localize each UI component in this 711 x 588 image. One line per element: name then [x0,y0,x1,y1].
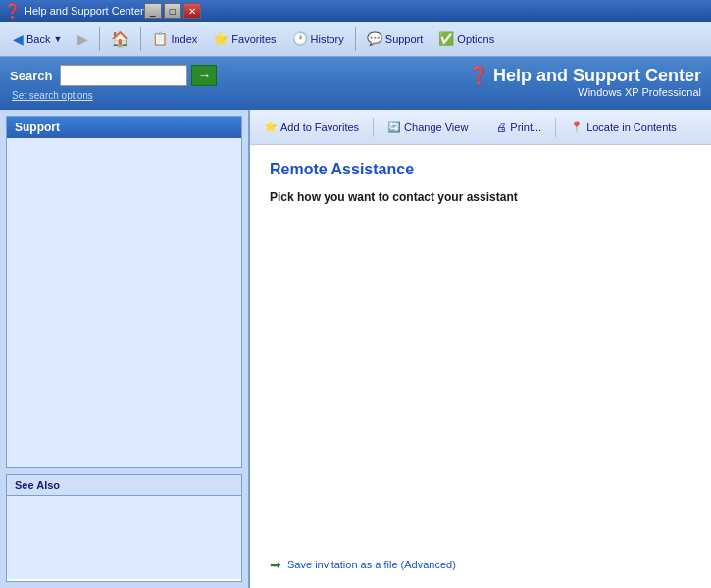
home-icon: 🏠 [111,30,129,48]
title-bar: ❓ Help and Support Center _ □ ✕ [0,0,711,22]
print-icon: 🖨 [496,122,507,133]
toolbar-separator-1 [99,27,100,51]
search-options-link[interactable]: Set search options [12,90,217,101]
action-bar: ⭐ Add to Favorites 🔄 Change View 🖨 Print… [250,110,711,145]
support-icon: 💬 [367,31,382,46]
support-button[interactable]: 💬 Support [360,27,431,50]
see-also-panel: See Also [6,474,242,582]
support-panel-content [7,138,241,467]
window-title: Help and Support Center [25,5,144,17]
locate-icon: 📍 [570,121,584,133]
print-button[interactable]: 🖨 Print... [488,118,549,137]
favorites-button[interactable]: ⭐ Favorites [206,27,282,50]
history-icon: 🕐 [292,31,308,46]
favorites-icon: ⭐ [213,31,229,46]
search-bar: Search → Set search options ❓ Help and S… [0,57,711,110]
index-icon: 📋 [152,31,168,46]
add-favorites-label: Add to Favorites [280,122,359,133]
left-panel: Support See Also [0,110,250,588]
search-go-button[interactable]: → [191,65,217,86]
toolbar-separator-2 [140,27,141,51]
action-separator-3 [555,118,556,137]
action-separator-2 [482,118,482,137]
see-also-header: See Also [7,475,241,496]
back-label: Back [26,33,50,45]
print-label: Print... [510,122,541,133]
page-title: Remote Assistance [270,161,691,178]
add-favorites-icon: ⭐ [264,121,278,133]
right-panel: ⭐ Add to Favorites 🔄 Change View 🖨 Print… [250,110,711,588]
search-row: Search → [10,65,217,86]
help-center-title: ❓ Help and Support Center Windows XP Pro… [468,65,701,98]
toolbar-separator-3 [355,27,356,51]
history-label: History [311,33,344,45]
content-bottom: ➡ Save invitation as a file (Advanced) [250,541,711,588]
content-area: Remote Assistance Pick how you want to c… [250,145,711,541]
home-button[interactable]: 🏠 [104,26,136,52]
support-label: Support [385,33,424,45]
support-panel-header: Support [7,117,241,138]
maximize-button[interactable]: □ [164,3,181,19]
window-controls[interactable]: _ □ ✕ [144,3,201,19]
close-button[interactable]: ✕ [183,3,201,19]
locate-label: Locate in Contents [586,122,677,133]
favorites-label: Favorites [231,33,276,45]
change-view-button[interactable]: 🔄 Change View [380,117,476,137]
app-icon: ❓ [4,3,21,19]
save-invitation-icon: ➡ [270,557,281,572]
help-center-main-title: Help and Support Center [493,66,701,86]
forward-arrow-icon: ▶ [77,31,88,47]
see-also-content [7,496,241,579]
save-invitation-label: Save invitation as a file (Advanced) [287,559,456,570]
page-subtitle: Pick how you want to contact your assist… [270,190,691,204]
options-label: Options [457,33,494,45]
save-invitation-link[interactable]: ➡ Save invitation as a file (Advanced) [270,557,691,572]
toolbar: ◀ Back ▼ ▶ 🏠 📋 Index ⭐ Favorites 🕐 Histo… [0,22,711,57]
support-panel: Support [6,116,242,468]
help-question-icon: ❓ [468,65,489,86]
back-arrow-icon: ◀ [13,31,24,47]
minimize-button[interactable]: _ [144,3,162,19]
change-view-label: Change View [404,122,468,133]
forward-button[interactable]: ▶ [71,27,95,51]
search-input[interactable] [60,65,187,86]
search-section: Search → Set search options [10,65,217,101]
options-button[interactable]: ✅ Options [432,27,501,50]
add-to-favorites-button[interactable]: ⭐ Add to Favorites [256,117,367,137]
index-button[interactable]: 📋 Index [145,27,204,50]
main-area: Support See Also ⭐ Add to Favorites 🔄 Ch… [0,110,711,588]
index-label: Index [171,33,197,45]
back-button[interactable]: ◀ Back ▼ [6,27,69,51]
options-icon: ✅ [438,31,454,46]
search-label: Search [10,69,52,83]
action-separator-1 [373,118,374,137]
locate-in-contents-button[interactable]: 📍 Locate in Contents [562,117,685,137]
change-view-icon: 🔄 [387,121,401,133]
dropdown-arrow-icon: ▼ [53,34,62,44]
help-center-subtitle: Windows XP Professional [468,86,701,98]
history-button[interactable]: 🕐 History [285,27,351,50]
